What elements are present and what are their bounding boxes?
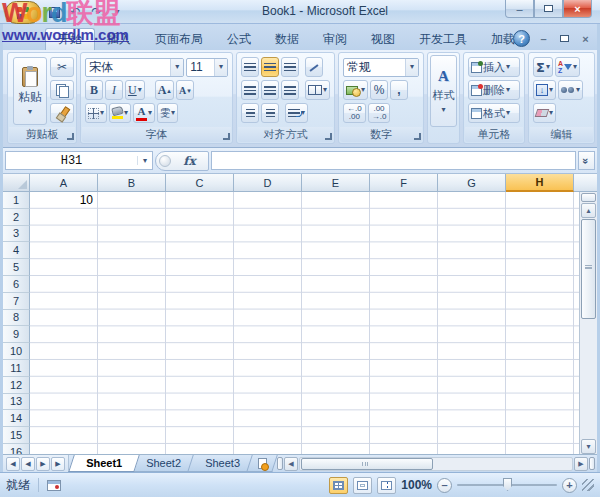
cell-a1[interactable]: 10 — [30, 192, 97, 209]
row-header[interactable]: 2 — [3, 209, 30, 226]
find-select-button[interactable]: ▾ — [558, 80, 583, 100]
tab-insert[interactable]: 插入 — [95, 28, 143, 50]
row-header[interactable]: 15 — [3, 427, 30, 444]
row-header[interactable]: 6 — [3, 276, 30, 293]
vertical-scrollbar[interactable]: ▴ ▾ — [579, 192, 597, 454]
cells-area[interactable]: 10 — [30, 192, 579, 454]
page-layout-view-button[interactable] — [353, 477, 372, 494]
clear-button[interactable]: ▾ — [533, 103, 556, 123]
font-name-combo[interactable]: 宋体 ▾ — [85, 58, 184, 77]
office-button[interactable] — [5, 1, 41, 24]
bottom-align-button[interactable] — [281, 57, 299, 77]
help-button[interactable]: ? — [513, 30, 530, 47]
zoom-slider-thumb[interactable] — [503, 478, 512, 491]
zoom-out-button[interactable]: – — [437, 478, 452, 493]
vertical-scroll-thumb[interactable] — [581, 219, 596, 319]
page-break-view-button[interactable] — [377, 477, 396, 494]
vertical-split-box[interactable] — [581, 193, 596, 202]
previous-sheet-button[interactable]: ◀ — [21, 457, 35, 471]
horizontal-split-box[interactable] — [589, 457, 595, 470]
select-all-corner[interactable] — [3, 174, 30, 192]
cut-button[interactable]: ✂ — [50, 57, 74, 77]
clipboard-dialog-launcher[interactable] — [67, 133, 74, 140]
tab-review[interactable]: 审阅 — [311, 28, 359, 50]
tab-page-layout[interactable]: 页面布局 — [143, 28, 215, 50]
insert-worksheet-button[interactable] — [246, 455, 278, 472]
scroll-down-button[interactable]: ▾ — [581, 439, 596, 454]
font-dialog-launcher[interactable] — [223, 133, 230, 140]
column-header-d[interactable]: D — [234, 174, 302, 192]
row-header[interactable]: 10 — [3, 343, 30, 360]
column-header-g[interactable]: G — [438, 174, 506, 192]
restore-button[interactable] — [534, 0, 563, 18]
doc-restore-button[interactable] — [557, 32, 572, 46]
column-header-c[interactable]: C — [166, 174, 234, 192]
number-dialog-launcher[interactable] — [414, 133, 421, 140]
paste-button[interactable]: 粘贴 ▾ — [13, 57, 47, 125]
insert-cells-button[interactable]: 插入▾ — [468, 57, 520, 77]
resize-grip[interactable] — [582, 479, 594, 491]
expand-formula-bar-button[interactable]: » — [578, 151, 595, 170]
horizontal-scrollbar[interactable] — [299, 457, 573, 471]
redo-button[interactable]: ↷ — [88, 4, 105, 21]
row-header[interactable]: 9 — [3, 326, 30, 343]
name-box[interactable]: H31 ▾ — [5, 151, 153, 170]
row-header[interactable]: 11 — [3, 360, 30, 377]
orientation-button[interactable] — [305, 57, 323, 77]
customize-qat-button[interactable]: ▾ — [109, 4, 126, 21]
insert-function-button[interactable]: fx — [155, 151, 209, 171]
row-header[interactable]: 8 — [3, 310, 30, 327]
copy-button[interactable] — [50, 80, 74, 100]
borders-button[interactable]: ▾ — [85, 103, 107, 123]
fill-color-button[interactable]: ▾ — [109, 103, 131, 123]
tab-data[interactable]: 数据 — [263, 28, 311, 50]
row-header[interactable]: 4 — [3, 242, 30, 259]
tab-split-handle[interactable] — [277, 457, 283, 470]
doc-close-button[interactable]: × — [578, 32, 593, 46]
accounting-format-button[interactable]: ▾ — [343, 80, 368, 100]
column-header-f[interactable]: F — [370, 174, 438, 192]
zoom-in-button[interactable]: + — [562, 478, 577, 493]
row-header[interactable]: 7 — [3, 293, 30, 310]
last-sheet-button[interactable]: ▶ — [51, 457, 65, 471]
row-header[interactable]: 12 — [3, 377, 30, 394]
row-header[interactable]: 5 — [3, 259, 30, 276]
align-center-button[interactable] — [261, 80, 279, 100]
number-format-combo[interactable]: 常规 ▾ — [343, 58, 419, 77]
wrap-text-button[interactable]: ▾ — [285, 103, 308, 123]
alignment-dialog-launcher[interactable] — [325, 133, 332, 140]
close-button[interactable]: × — [563, 0, 592, 18]
doc-minimize-button[interactable]: – — [536, 32, 551, 46]
undo-button[interactable]: ↶ — [67, 4, 84, 21]
sort-filter-button[interactable]: AZ ▾ — [555, 57, 580, 77]
phonetic-guide-button[interactable]: 雯▾ — [157, 103, 178, 123]
tab-view[interactable]: 视图 — [359, 28, 407, 50]
normal-view-button[interactable] — [329, 477, 348, 494]
fill-button[interactable]: ↓▾ — [533, 80, 556, 100]
increase-decimal-button[interactable]: ←.0.00 — [343, 103, 366, 123]
next-sheet-button[interactable]: ▶ — [36, 457, 50, 471]
underline-button[interactable]: U▾ — [125, 80, 145, 100]
scroll-up-button[interactable]: ▴ — [581, 203, 596, 218]
format-cells-button[interactable]: 格式▾ — [468, 103, 520, 123]
zoom-level[interactable]: 100% — [401, 478, 432, 492]
middle-align-button[interactable] — [261, 57, 279, 77]
first-sheet-button[interactable]: ◀ — [6, 457, 20, 471]
sheet-tab-sheet1[interactable]: Sheet1 — [68, 455, 140, 472]
decrease-decimal-button[interactable]: .00→.0 — [368, 103, 391, 123]
tab-home[interactable]: 开始 — [45, 28, 95, 50]
align-right-button[interactable] — [281, 80, 299, 100]
scroll-left-button[interactable]: ◀ — [284, 457, 298, 471]
tab-formulas[interactable]: 公式 — [215, 28, 263, 50]
row-header[interactable]: 1 — [3, 192, 30, 209]
increase-indent-button[interactable] — [261, 103, 279, 123]
row-header[interactable]: 16 — [3, 444, 30, 454]
font-color-button[interactable]: A▾ — [133, 103, 155, 123]
shrink-font-button[interactable]: A▾ — [176, 80, 194, 100]
zoom-slider[interactable] — [457, 484, 557, 486]
percent-style-button[interactable]: % — [370, 80, 388, 100]
merge-center-button[interactable]: ▾ — [305, 80, 330, 100]
tab-developer[interactable]: 开发工具 — [407, 28, 479, 50]
delete-cells-button[interactable]: 删除▾ — [468, 80, 520, 100]
scroll-right-button[interactable]: ▶ — [574, 457, 588, 471]
